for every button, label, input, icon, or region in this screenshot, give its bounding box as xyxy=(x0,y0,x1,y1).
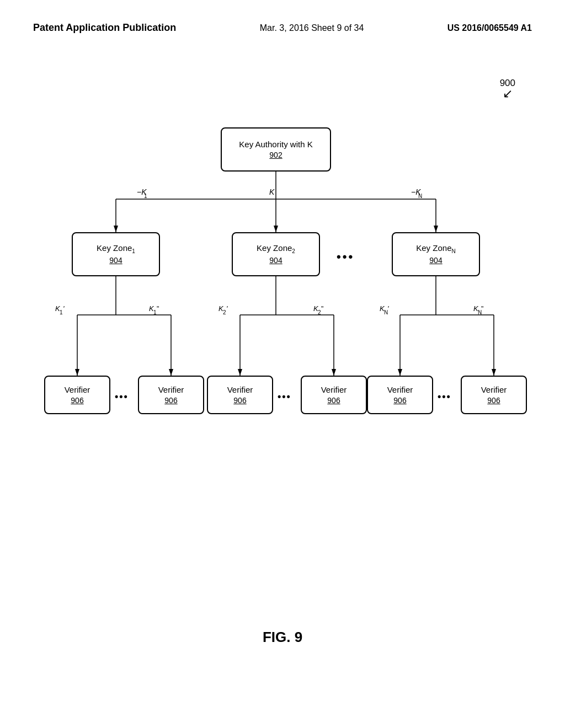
svg-text:': ' xyxy=(387,304,389,313)
key-zone-2-box: Key Zone2 904 xyxy=(232,232,320,276)
vnb-ref: 906 xyxy=(487,395,500,406)
svg-marker-13 xyxy=(169,369,173,376)
v1a-ref: 906 xyxy=(71,395,83,406)
ka-label: Key Authority with K xyxy=(239,138,312,150)
vn-ellipsis: ••• xyxy=(438,391,451,403)
svg-text:K: K xyxy=(380,304,385,313)
svg-marker-23 xyxy=(398,369,402,376)
svg-text:N: N xyxy=(478,309,482,315)
v2-ellipsis: ••• xyxy=(278,391,291,403)
v1a-label: Verifier xyxy=(65,384,90,395)
v2b-ref: 906 xyxy=(327,395,340,406)
v1b-ref: 906 xyxy=(164,395,177,406)
svg-marker-11 xyxy=(75,369,79,376)
svg-text:K: K xyxy=(55,304,61,313)
figure-label: FIG. 9 xyxy=(0,629,565,646)
svg-text:": " xyxy=(157,305,159,313)
svg-text:−K: −K xyxy=(137,188,147,196)
svg-text:': ' xyxy=(226,304,228,313)
svg-text:K: K xyxy=(473,304,479,313)
key-zone-n-box: Key ZoneN 904 xyxy=(392,232,480,276)
key-zone-1-box: Key Zone1 904 xyxy=(72,232,160,276)
svg-text:N: N xyxy=(384,309,388,315)
verifier-2b-box: Verifier 906 xyxy=(301,376,367,414)
svg-text:K: K xyxy=(149,304,154,313)
vna-label: Verifier xyxy=(387,384,413,395)
svg-text:1: 1 xyxy=(144,193,147,199)
svg-text:2: 2 xyxy=(318,309,321,315)
svg-marker-3 xyxy=(114,226,118,232)
svg-text:2: 2 xyxy=(223,309,226,315)
key-authority-box: Key Authority with K 902 xyxy=(221,127,331,172)
ka-ref: 902 xyxy=(269,150,282,161)
patent-number: US 2016/0065549 A1 xyxy=(447,23,532,33)
verifier-1a-box: Verifier 906 xyxy=(44,376,110,414)
diagram-lines: −K 1 K −K N K 1 ' K 1 " K 2 ' K 2 " K N … xyxy=(0,45,565,541)
verifier-2a-box: Verifier 906 xyxy=(207,376,273,414)
verifier-na-box: Verifier 906 xyxy=(367,376,433,414)
svg-marker-19 xyxy=(332,369,336,376)
svg-text:': ' xyxy=(63,304,65,313)
kzn-label: Key ZoneN xyxy=(416,242,455,255)
v2a-label: Verifier xyxy=(227,384,253,395)
kzn-ref: 904 xyxy=(429,255,442,266)
svg-marker-25 xyxy=(492,369,496,376)
svg-text:1: 1 xyxy=(153,309,157,315)
ref-900-arrow: ↙ xyxy=(500,87,515,101)
sheet-info: Mar. 3, 2016 Sheet 9 of 34 xyxy=(260,23,364,33)
v1b-label: Verifier xyxy=(158,384,184,395)
kz-ellipsis: ••• xyxy=(337,250,354,264)
verifier-nb-box: Verifier 906 xyxy=(461,376,527,414)
kz1-ref: 904 xyxy=(109,255,122,266)
v2b-label: Verifier xyxy=(321,384,347,395)
kz2-label: Key Zone2 xyxy=(257,242,295,255)
vnb-label: Verifier xyxy=(481,384,507,395)
svg-marker-7 xyxy=(434,226,438,232)
diagram-container: 900 ↙ xyxy=(0,45,565,679)
page-header: Patent Application Publication Mar. 3, 2… xyxy=(0,0,565,34)
svg-text:K: K xyxy=(269,188,275,196)
svg-marker-17 xyxy=(238,369,242,376)
svg-text:N: N xyxy=(418,193,422,199)
svg-text:K: K xyxy=(218,304,224,313)
svg-text:": " xyxy=(481,305,483,313)
svg-text:K: K xyxy=(313,304,319,313)
verifier-1b-box: Verifier 906 xyxy=(138,376,204,414)
svg-marker-5 xyxy=(274,226,278,232)
kz1-label: Key Zone1 xyxy=(97,242,135,255)
svg-text:−K: −K xyxy=(411,188,421,196)
v2a-ref: 906 xyxy=(233,395,246,406)
svg-text:": " xyxy=(321,305,323,313)
kz2-ref: 904 xyxy=(269,255,282,266)
vna-ref: 906 xyxy=(393,395,406,406)
svg-text:1: 1 xyxy=(60,309,63,315)
v1-ellipsis: ••• xyxy=(115,391,129,403)
ref-900-label: 900 ↙ xyxy=(500,78,515,101)
publication-label: Patent Application Publication xyxy=(33,22,176,34)
